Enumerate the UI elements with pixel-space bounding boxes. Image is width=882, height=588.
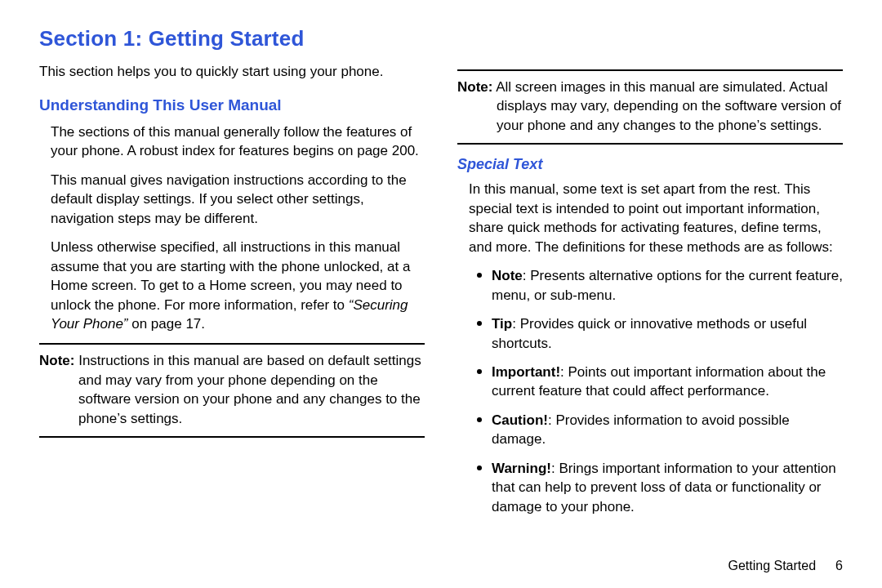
term: Warning! [492,461,551,476]
term: Important! [492,364,560,380]
term: Caution! [492,412,548,428]
definition-caution: Caution!: Provides information to avoid … [477,411,843,449]
right-column: Note: All screen images in this manual a… [457,63,843,526]
note-2: Note: All screen images in this manual a… [457,78,843,135]
section-title: Section 1: Getting Started [39,26,843,51]
intro-paragraph: This section helps you to quickly start … [39,63,425,82]
note-block-2: Note: All screen images in this manual a… [457,69,843,145]
body-paragraph-3-post: on page 17. [128,316,206,332]
note-label: Note: [457,79,492,95]
note-label: Note: [39,353,74,368]
definition-text: : Presents alternative options for the c… [492,268,843,302]
note-1: Note: Instructions in this manual are ba… [39,351,425,428]
left-column: This section helps you to quickly start … [39,63,425,526]
page-number: 6 [835,559,843,573]
body-paragraph-1: The sections of this manual generally fo… [39,122,425,161]
definition-note: Note: Presents alternative options for t… [477,266,843,305]
special-text-intro: In this manual, some text is set apart f… [457,180,843,256]
body-paragraph-3: Unless otherwise specified, all instruct… [39,238,425,333]
body-paragraph-2: This manual gives navigation instruction… [39,171,425,228]
term: Tip [492,316,512,332]
footer-section-name: Getting Started [728,559,816,572]
definitions-list: Note: Presents alternative options for t… [457,266,843,516]
note-1-body: Instructions in this manual are based on… [74,353,421,425]
definition-text: : Provides quick or innovative methods o… [492,316,807,350]
special-text-heading: Special Text [457,156,843,173]
definition-warning: Warning!: Brings important information t… [477,459,843,516]
understanding-heading: Understanding This User Manual [39,96,425,114]
note-block-1: Note: Instructions in this manual are ba… [39,343,425,438]
manual-page: Section 1: Getting Started This section … [0,0,882,588]
definition-tip: Tip: Provides quick or innovative method… [477,314,843,353]
page-footer: Getting Started6 [728,559,843,573]
definition-important: Important!: Points out important informa… [477,363,843,401]
two-column-layout: This section helps you to quickly start … [39,63,843,526]
term: Note [492,268,523,283]
note-2-body: All screen images in this manual are sim… [492,79,841,133]
